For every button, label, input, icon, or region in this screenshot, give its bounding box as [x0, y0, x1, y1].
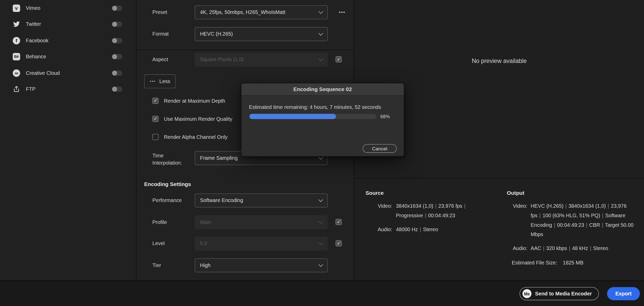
sidebar-item-twitter[interactable]: Twitter [0, 16, 136, 33]
alpha-channel-row: Render Alpha Channel Only [152, 134, 228, 140]
export-button[interactable]: Export [607, 287, 640, 300]
aspect-label: Aspect [152, 57, 168, 62]
max-render-quality-label: Use Maximum Render Quality [164, 116, 232, 122]
estimated-file-size-row: Estimated File Size: 1825 MB [512, 258, 642, 268]
destination-label: Twitter [26, 21, 111, 27]
creative-cloud-icon: ∞ [12, 69, 21, 77]
performance-label: Performance [152, 198, 182, 203]
chevron-down-icon [318, 31, 323, 36]
chevron-down-icon [318, 262, 323, 267]
toggle-knob [112, 70, 117, 75]
render-max-depth-label: Render at Maximum Depth [164, 98, 225, 104]
send-to-media-encoder-button[interactable]: Me Send to Media Encoder [519, 287, 599, 300]
progress-percent-text: 68% [380, 114, 390, 119]
alpha-channel-checkbox[interactable] [152, 134, 159, 140]
max-render-quality-row: Use Maximum Render Quality [152, 116, 232, 122]
encoding-progress-dialog: Encoding Sequence 02 Estimated time rema… [241, 83, 404, 157]
source-audio-label: Audio: [366, 225, 392, 235]
tier-row: Tier High [137, 258, 353, 272]
performance-dropdown[interactable]: Software Encoding [195, 194, 328, 207]
creative-cloud-toggle[interactable] [111, 70, 123, 76]
chevron-down-icon [318, 9, 323, 14]
behance-toggle[interactable] [111, 53, 123, 60]
sidebar-item-ftp[interactable]: FTP [0, 81, 136, 97]
ftp-toggle[interactable] [111, 86, 123, 92]
cancel-button[interactable]: Cancel [363, 144, 397, 153]
tier-dropdown[interactable]: High [195, 258, 328, 272]
sidebar-item-creative-cloud[interactable]: ∞ Creative Cloud [0, 65, 136, 81]
source-video-label: Video: [366, 202, 392, 221]
sidebar-item-vimeo[interactable]: v Vimeo [0, 0, 136, 16]
render-max-depth-checkbox[interactable] [152, 98, 159, 104]
profile-label: Profile [152, 219, 167, 225]
vimeo-toggle[interactable] [111, 5, 123, 11]
toggle-knob [112, 22, 117, 27]
twitter-toggle[interactable] [111, 21, 123, 28]
vimeo-icon: v [12, 4, 21, 12]
ellipsis-icon: ••• [150, 79, 156, 83]
encoding-settings-heading: Encoding Settings [144, 181, 191, 187]
preset-value: 4K, 25fps, 50mbps, H265_WhoIsMatt [200, 10, 285, 15]
output-video-row: Video: HEVC (H.265) | 3840x1634 (1,0) | … [507, 202, 642, 239]
level-row: Level 5.0 [137, 237, 353, 251]
facebook-toggle[interactable] [111, 37, 123, 44]
twitter-icon [12, 20, 21, 28]
chevron-down-icon [318, 219, 323, 224]
level-label: Level [152, 241, 165, 246]
output-summary: Output Video: HEVC (H.265) | 3840x1634 (… [507, 190, 642, 268]
performance-row: Performance Software Encoding [137, 194, 353, 207]
format-value: HEVC (H.265) [200, 31, 233, 37]
level-value: 5.0 [200, 241, 207, 246]
preset-dropdown[interactable]: 4K, 25fps, 50mbps, H265_WhoIsMatt [195, 5, 328, 19]
aspect-dropdown: Square Pixels (1.0) [195, 53, 328, 67]
output-video-label: Video: [507, 202, 527, 239]
aspect-row: Aspect Square Pixels (1.0) [137, 53, 353, 67]
preset-row: Preset 4K, 25fps, 50mbps, H265_WhoIsMatt [137, 5, 353, 19]
no-preview-text: No preview available [355, 58, 644, 64]
file-size-value: 1825 MB [563, 258, 584, 268]
format-dropdown[interactable]: HEVC (H.265) [195, 27, 328, 41]
output-audio-label: Audio: [507, 244, 527, 254]
performance-value: Software Encoding [200, 198, 243, 203]
less-options-button[interactable]: ••• Less [144, 74, 176, 88]
output-video-value: HEVC (H.265) | 3840x1634 (1,0) | 23,976 … [531, 202, 634, 239]
source-heading: Source [366, 190, 493, 196]
facebook-icon: f [12, 36, 21, 45]
destination-label: Behance [26, 54, 111, 60]
destinations-sidebar: v Vimeo Twitter f Facebook Bē Behance [0, 0, 136, 280]
profile-dropdown: Main [195, 215, 328, 229]
output-audio-value: AAC | 320 kbps | 48 kHz | Stereo [531, 244, 634, 254]
dialog-title: Encoding Sequence 02 [242, 83, 404, 96]
max-render-quality-checkbox[interactable] [152, 116, 159, 122]
render-max-depth-row: Render at Maximum Depth [152, 98, 225, 104]
footer-bar: Me Send to Media Encoder Export [0, 280, 644, 306]
profile-row: Profile Main [137, 215, 353, 229]
export-window: v Vimeo Twitter f Facebook Bē Behance [0, 0, 644, 306]
preset-label: Preset [152, 10, 167, 15]
source-video-row: Video: 3840x1634 (1,0) | 23,976 fps | Pr… [366, 202, 493, 221]
destination-label: Vimeo [26, 5, 111, 11]
time-interpolation-label: Time Interpolation: [152, 152, 191, 167]
send-to-media-encoder-label: Send to Media Encoder [535, 291, 592, 296]
aspect-value: Square Pixels (1.0) [200, 57, 244, 62]
less-label: Less [159, 78, 170, 84]
level-override-checkbox[interactable] [336, 240, 342, 246]
source-output-summary: Source Video: 3840x1634 (1,0) | 23,976 f… [355, 179, 644, 280]
toggle-knob [112, 6, 117, 11]
alpha-channel-label: Render Alpha Channel Only [164, 134, 228, 140]
destination-label: Facebook [26, 38, 111, 43]
profile-override-checkbox[interactable] [336, 219, 342, 225]
aspect-override-checkbox[interactable] [336, 56, 342, 62]
source-audio-value: 48000 Hz | Stereo [396, 225, 478, 235]
output-heading: Output [507, 190, 642, 196]
behance-glyph: Bē [13, 53, 20, 61]
sidebar-item-behance[interactable]: Bē Behance [0, 49, 136, 65]
source-video-value: 3840x1634 (1,0) | 23,976 fps | Progressi… [396, 202, 478, 221]
preset-more-button[interactable]: ••• [335, 5, 349, 19]
file-size-label: Estimated File Size: [512, 258, 557, 268]
vimeo-glyph: v [13, 4, 20, 12]
progress-fill [249, 114, 336, 119]
chevron-down-icon [318, 197, 323, 202]
level-dropdown: 5.0 [195, 237, 328, 251]
sidebar-item-facebook[interactable]: f Facebook [0, 33, 136, 49]
